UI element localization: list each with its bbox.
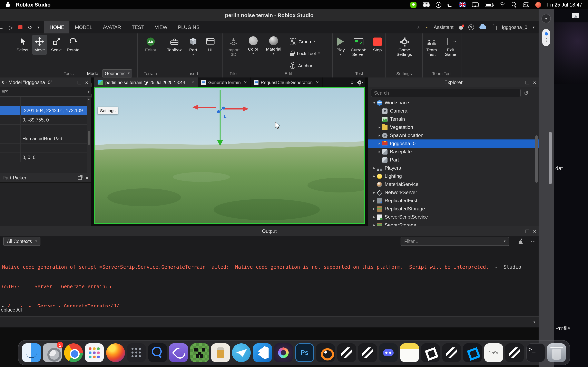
more-tabs-icon[interactable]: »: [351, 80, 354, 85]
tree-item-workspace[interactable]: ▾Workspace: [368, 99, 539, 107]
viewport-3d[interactable]: Settings L: [94, 87, 365, 224]
play-button[interactable]: Play ▾: [334, 37, 347, 56]
focus-moon-icon[interactable]: [448, 2, 453, 7]
collapse-ribbon-icon[interactable]: ∧: [417, 25, 420, 30]
tab-model[interactable]: MODEL: [70, 21, 98, 33]
toolbox-button[interactable]: Toolbox: [165, 37, 183, 52]
photo-icon[interactable]: [572, 13, 579, 18]
expand-arrow-icon[interactable]: ▸: [372, 215, 377, 219]
undo-icon[interactable]: ↺: [28, 24, 32, 30]
play-chevron-icon[interactable]: ▾: [340, 53, 341, 56]
dock-terminal-icon[interactable]: >_: [526, 343, 545, 362]
tree-item-networkserver[interactable]: ▸NetworkServer: [368, 188, 539, 197]
expand-arrow-icon[interactable]: ▸: [372, 199, 377, 203]
color-button[interactable]: Color ▾: [246, 36, 260, 55]
context-dropdown[interactable]: All Contexts ▾: [3, 237, 41, 246]
dock-system-settings-icon[interactable]: 2: [43, 343, 62, 362]
team-test-button[interactable]: Team Test: [424, 37, 440, 57]
tree-item-serverstorage[interactable]: ▸ServerStorage: [368, 221, 539, 226]
screen-mirroring-icon[interactable]: [472, 2, 479, 7]
game-settings-button[interactable]: Game Settings: [394, 37, 415, 57]
side-pill-control[interactable]: •••: [542, 29, 550, 46]
select-tool-button[interactable]: Select: [15, 37, 30, 52]
expand-arrow-icon[interactable]: ▸: [372, 174, 377, 178]
tab-test[interactable]: TEST: [126, 21, 149, 33]
dock-launchpad-icon[interactable]: [85, 343, 104, 362]
log-line[interactable]: Native code generation of script =Server…: [2, 264, 539, 270]
quick-access-chevron-icon[interactable]: ▾: [38, 25, 39, 29]
popout-icon[interactable]: [526, 81, 529, 84]
dock-roblox-studio-icon[interactable]: [463, 343, 482, 362]
search-options-icon[interactable]: ⋯: [532, 90, 536, 96]
rotate-tool-button[interactable]: Rotate: [65, 37, 82, 52]
dock-jar-app-icon[interactable]: [211, 343, 230, 362]
tree-item-terrain[interactable]: Terrain: [368, 115, 539, 123]
dock-viber-icon[interactable]: [169, 343, 188, 362]
tree-item-vegetation[interactable]: ▸Vegetation: [368, 123, 539, 131]
expand-log-icon[interactable]: ▶: [2, 303, 8, 307]
import-3d-button[interactable]: Import 3D: [225, 37, 242, 57]
help-icon[interactable]: ?: [468, 25, 474, 30]
battery-icon[interactable]: [485, 3, 493, 7]
property-row[interactable]: [0, 143, 87, 153]
popout-icon[interactable]: [526, 229, 529, 233]
tree-item-igggosha-0[interactable]: ▸Igggosha_0: [368, 140, 539, 148]
collapse-circle-button[interactable]: ▾: [541, 14, 551, 23]
control-center-icon[interactable]: [523, 2, 529, 7]
replace-all-button-clipped[interactable]: eplace All: [1, 307, 22, 313]
dock-dark-app-icon[interactable]: [358, 343, 377, 362]
dock-final-cut-icon[interactable]: [274, 343, 293, 362]
dock-notes-icon[interactable]: [400, 343, 419, 362]
tab-close-icon[interactable]: ×: [244, 80, 247, 85]
ui-button[interactable]: UI: [204, 37, 217, 52]
bottom-bar-chevron-icon[interactable]: ▾: [534, 321, 535, 323]
user-avatar-icon[interactable]: [535, 2, 541, 8]
anchor-button[interactable]: Anchor: [290, 62, 312, 69]
playback-icon[interactable]: [436, 2, 441, 8]
material-button[interactable]: Material ▾: [265, 36, 283, 55]
dock-chrome-icon[interactable]: [64, 343, 83, 362]
dock-minecraft-icon[interactable]: [190, 343, 209, 362]
dock-dark-app-icon[interactable]: [442, 343, 461, 362]
notifications-bell-icon[interactable]: [459, 25, 463, 29]
explorer-scrollbar-thumb[interactable]: [535, 135, 538, 183]
popout-icon[interactable]: [78, 81, 81, 84]
tabstrip-gear-icon[interactable]: [358, 81, 361, 84]
group-chevron-icon[interactable]: ▾: [313, 40, 315, 43]
expand-arrow-icon[interactable]: ▸: [372, 191, 377, 194]
stop-button[interactable]: Stop: [370, 37, 384, 52]
tree-item-baseplate[interactable]: ▸Baseplate: [368, 148, 539, 156]
spotlight-search-icon[interactable]: [512, 2, 517, 7]
exit-game-button[interactable]: Exit Game: [442, 37, 458, 57]
property-row[interactable]: 0, -89.755, 0: [0, 115, 87, 125]
material-chevron-icon[interactable]: ▾: [273, 53, 274, 55]
viewport-settings-chip[interactable]: Settings: [98, 107, 118, 114]
tab-request-chunk-generation[interactable]: RequestChunkGeneration ×: [251, 77, 322, 87]
tree-item-lighting[interactable]: ▸Lighting: [368, 172, 539, 180]
dock-firefox-icon[interactable]: [106, 343, 125, 362]
menubar-app-name[interactable]: Roblox Studio: [16, 2, 51, 8]
dock-dark-app-icon[interactable]: [337, 343, 356, 362]
close-icon[interactable]: ×: [86, 175, 89, 180]
tab-home[interactable]: HOME: [44, 21, 70, 33]
tab-generate-terrain[interactable]: GenerateTerrain ×: [198, 77, 251, 87]
move-tool-button[interactable]: Move: [32, 35, 47, 55]
strip-scrollbar-thumb[interactable]: [549, 132, 552, 184]
dock-blender-icon[interactable]: [316, 343, 335, 362]
expand-arrow-icon[interactable]: ▸: [372, 207, 377, 211]
log-line[interactable]: ▶{...} - Server - GenerateTerrain:414: [2, 303, 539, 307]
expand-arrow-icon[interactable]: ▾: [372, 101, 377, 105]
tree-item-replicatedstorage[interactable]: ▸ReplicatedStorage: [368, 205, 539, 213]
tree-item-replicatedfirst[interactable]: ▸ReplicatedFirst: [368, 197, 539, 205]
property-row[interactable]: HumanoidRootPart: [0, 134, 87, 143]
explorer-search-input[interactable]: [371, 89, 521, 97]
move-gizmo[interactable]: L: [183, 88, 257, 153]
tab-close-icon[interactable]: ×: [191, 80, 194, 85]
image-thumbnail[interactable]: [554, 22, 588, 84]
output-filter-dropdown[interactable]: Filter... ▾: [401, 237, 509, 246]
green-app-icon[interactable]: [410, 2, 416, 8]
close-icon[interactable]: ×: [533, 229, 536, 234]
share-icon[interactable]: [492, 26, 496, 30]
tree-item-camera[interactable]: Camera: [368, 107, 539, 115]
wifi-icon[interactable]: [499, 2, 506, 7]
